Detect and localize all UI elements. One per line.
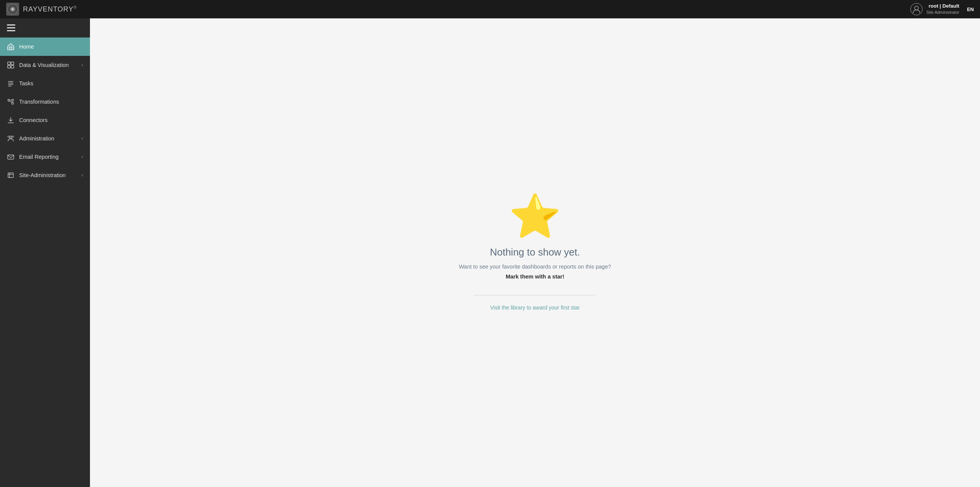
chevron-icon: ‹	[82, 62, 83, 68]
user-info: root | Default Site Administrator	[910, 3, 959, 15]
star-icon: ⭐	[509, 195, 561, 237]
home-icon	[7, 43, 15, 50]
chevron-icon: ‹	[82, 154, 83, 160]
svg-rect-4	[7, 24, 15, 26]
email-icon	[7, 153, 15, 161]
empty-action: Mark them with a star!	[506, 274, 564, 280]
grid-icon	[7, 61, 15, 69]
logo-icon	[6, 3, 19, 16]
sidebar-item-administration[interactable]: Administration ‹	[0, 129, 90, 148]
sidebar-item-transformations[interactable]: Transformations	[0, 93, 90, 111]
sidebar-label-data-visualization: Data & Visualization	[19, 62, 77, 68]
svg-rect-10	[8, 65, 10, 68]
header: RAYVENTORY® root | Default Site Administ…	[0, 0, 980, 18]
brand-tm: ®	[74, 5, 77, 10]
site-admin-icon	[7, 171, 15, 179]
header-right: root | Default Site Administrator EN	[910, 3, 974, 15]
svg-rect-9	[11, 62, 14, 65]
empty-description: Want to see your favorite dashboards or …	[459, 264, 611, 270]
sidebar-item-home[interactable]: Home	[0, 37, 90, 56]
empty-state: ⭐ Nothing to show yet. Want to see your …	[451, 180, 619, 326]
sidebar-item-data-visualization[interactable]: Data & Visualization ‹	[0, 56, 90, 74]
sidebar-label-administration: Administration	[19, 135, 77, 142]
language-badge[interactable]: EN	[967, 7, 974, 12]
user-text: root | Default Site Administrator	[926, 3, 959, 15]
sidebar: Home Data & Visualization ‹	[0, 18, 90, 487]
brand-name: RAYVENTORY®	[23, 5, 77, 13]
sidebar-item-connectors[interactable]: Connectors	[0, 111, 90, 129]
user-name: root | Default	[926, 3, 959, 10]
sidebar-label-site-administration: Site-Administration	[19, 172, 77, 178]
svg-point-24	[12, 136, 14, 137]
svg-point-17	[12, 103, 14, 104]
chevron-icon: ‹	[82, 173, 83, 178]
svg-rect-6	[7, 30, 15, 31]
sidebar-label-email-reporting: Email Reporting	[19, 154, 77, 160]
download-icon	[7, 116, 15, 124]
user-avatar	[910, 3, 923, 15]
svg-point-2	[11, 8, 14, 10]
user-role: Site Administrator	[926, 10, 959, 15]
admin-icon	[7, 135, 15, 142]
svg-point-23	[10, 137, 11, 138]
hamburger-menu[interactable]	[0, 18, 90, 37]
svg-rect-5	[7, 28, 15, 29]
empty-title: Nothing to show yet.	[490, 246, 580, 258]
sidebar-label-tasks: Tasks	[19, 80, 83, 86]
svg-rect-26	[8, 155, 14, 159]
sidebar-label-connectors: Connectors	[19, 117, 83, 123]
main-content: ⭐ Nothing to show yet. Want to see your …	[90, 18, 980, 487]
header-left: RAYVENTORY®	[6, 3, 77, 16]
divider	[474, 295, 596, 295]
svg-point-18	[12, 99, 14, 101]
sidebar-label-transformations: Transformations	[19, 99, 83, 105]
sidebar-label-home: Home	[19, 44, 83, 50]
svg-line-20	[9, 101, 13, 103]
brand-ray: RAY	[23, 5, 38, 13]
svg-rect-27	[8, 173, 13, 178]
app-body: Home Data & Visualization ‹	[0, 18, 980, 487]
transform-icon	[7, 98, 15, 106]
svg-point-3	[915, 6, 918, 10]
list-icon	[7, 80, 15, 87]
sidebar-item-tasks[interactable]: Tasks	[0, 74, 90, 93]
library-link[interactable]: Visit the library to award your first st…	[490, 305, 580, 311]
svg-rect-11	[11, 65, 14, 68]
sidebar-item-email-reporting[interactable]: Email Reporting ‹	[0, 148, 90, 166]
brand-ventory: VENTORY	[38, 5, 74, 13]
svg-point-25	[8, 136, 9, 137]
svg-rect-8	[8, 62, 10, 65]
sidebar-item-site-administration[interactable]: Site-Administration ‹	[0, 166, 90, 184]
chevron-icon: ‹	[82, 136, 83, 141]
svg-point-16	[8, 99, 10, 101]
